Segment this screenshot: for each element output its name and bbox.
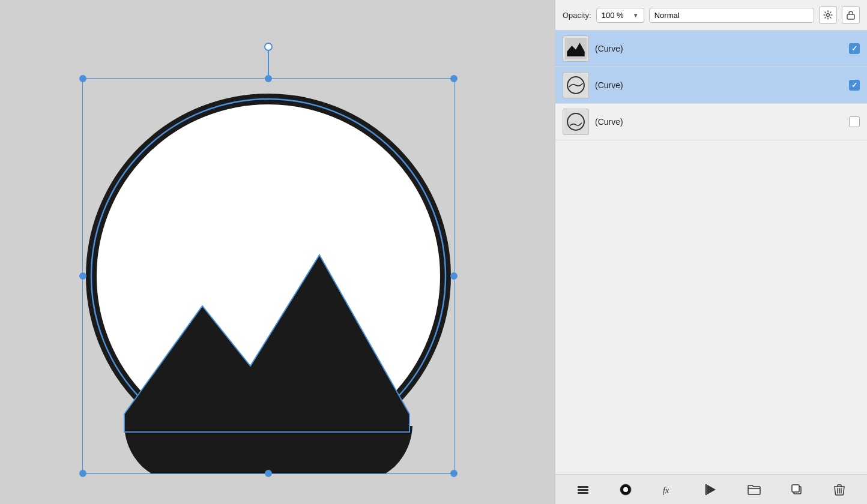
duplicate-icon [791, 484, 803, 496]
folder-button[interactable] [743, 479, 765, 500]
svg-rect-9 [578, 486, 588, 488]
layer-visibility-checkbox-1[interactable] [849, 43, 860, 54]
lock-button[interactable] [842, 6, 860, 24]
opacity-value: 100 % [602, 11, 624, 20]
layer-thumbnail-1 [563, 35, 589, 62]
time-icon [705, 484, 717, 496]
opacity-row: Opacity: 100 % ▼ Normal [555, 0, 867, 31]
layer-thumb-svg-2 [565, 74, 587, 96]
blend-mode-value: Normal [654, 11, 680, 20]
layer-item[interactable]: (Curve) [555, 67, 867, 104]
svg-marker-15 [707, 485, 716, 494]
delete-icon [834, 484, 845, 496]
layers-list: (Curve) (Curve) [555, 31, 867, 474]
layer-thumbnail-3 [563, 109, 589, 135]
layer-item[interactable]: (Curve) [555, 31, 867, 67]
opacity-label: Opacity: [563, 11, 591, 20]
fx-icon: fx [662, 483, 675, 496]
svg-rect-11 [578, 492, 588, 494]
svg-rect-3 [847, 14, 854, 19]
right-panel: Opacity: 100 % ▼ Normal [555, 0, 867, 504]
svg-point-2 [827, 14, 830, 17]
time-button[interactable] [700, 479, 722, 500]
svg-rect-19 [792, 485, 799, 492]
opacity-dropdown[interactable]: 100 % ▼ [596, 8, 644, 23]
layer-visibility-checkbox-2[interactable] [849, 80, 860, 91]
folder-icon [748, 484, 761, 496]
settings-button[interactable] [819, 6, 837, 24]
lock-icon [847, 10, 855, 20]
layer-thumb-svg-1 [565, 38, 587, 59]
layer-visibility-checkbox-3[interactable] [849, 116, 860, 127]
layer-name-1: (Curve) [595, 44, 843, 53]
layer-name-2: (Curve) [595, 80, 843, 90]
canvas-content [82, 48, 473, 456]
artwork-svg [82, 78, 455, 474]
layer-thumbnail-2 [563, 72, 589, 98]
duplicate-button[interactable] [786, 479, 808, 500]
opacity-chevron-icon: ▼ [633, 12, 639, 19]
layers-icon [576, 483, 590, 496]
layer-name-3: (Curve) [595, 117, 843, 127]
bottom-toolbar: fx [555, 474, 867, 504]
svg-rect-7 [565, 111, 587, 133]
rotation-line [268, 50, 269, 79]
delete-button[interactable] [829, 479, 850, 500]
gear-icon [823, 10, 833, 20]
canvas-area [0, 0, 555, 504]
rotation-handle[interactable] [264, 43, 273, 51]
fx-button[interactable]: fx [657, 479, 679, 500]
layers-button[interactable] [572, 479, 594, 500]
fill-icon [620, 484, 632, 496]
layer-thumb-svg-3 [565, 111, 587, 133]
svg-rect-10 [578, 489, 588, 491]
fill-button[interactable] [615, 479, 636, 500]
blend-mode-dropdown[interactable]: Normal [649, 8, 814, 23]
layer-item[interactable]: (Curve) [555, 104, 867, 140]
svg-text:fx: fx [663, 486, 669, 495]
svg-point-13 [623, 487, 628, 492]
